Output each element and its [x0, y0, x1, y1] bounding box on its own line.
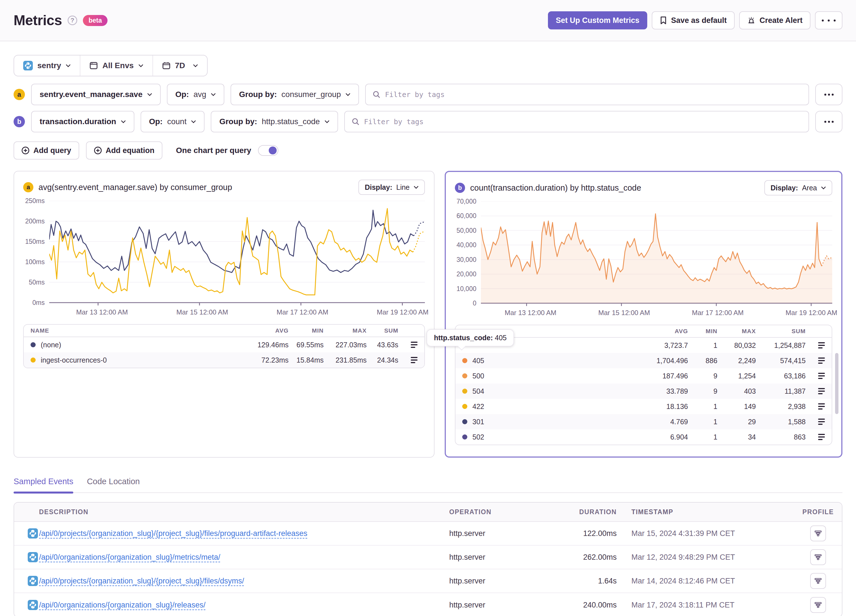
query-row-a: a sentry.event_manager.save Op: avg Grou… [14, 84, 842, 105]
chevron-down-icon [66, 64, 71, 67]
row-options-icon[interactable] [818, 434, 825, 440]
event-timestamp: Mar 12, 2024 9:48:29 PM CET [619, 553, 794, 562]
summary-row[interactable]: 301 4.769 1 29 1,588 [456, 414, 832, 429]
chart-b-display-select[interactable]: Display: Area [764, 180, 832, 196]
x-tick-label: Mar 19 12:00 AM [785, 309, 838, 317]
series-dot [462, 419, 467, 424]
tab-sampled-events[interactable]: Sampled Events [14, 477, 73, 493]
query-badge-b: b [14, 116, 25, 127]
bookmark-icon [660, 16, 667, 24]
metric-select-b[interactable]: transaction.duration [31, 111, 134, 132]
y-tick-label: 200ms [25, 217, 45, 225]
query-actions: Add query Add equation One chart per que… [14, 142, 842, 160]
profile-button[interactable] [810, 597, 826, 613]
search-icon [373, 91, 380, 99]
one-chart-toggle-label: One chart per query [176, 146, 251, 155]
event-description-link[interactable]: /api/0/projects/{organization_slug}/{pro… [39, 529, 308, 537]
y-tick-label: 70,000 [457, 198, 476, 205]
col-avg: AVG [243, 327, 288, 334]
row-options-icon[interactable] [818, 403, 825, 410]
chart-a-canvas[interactable] [49, 201, 425, 306]
page-filter-bar: sentry All Envs 7D [14, 55, 208, 76]
op-select-a[interactable]: Op: avg [167, 84, 224, 105]
save-as-default-button[interactable]: Save as default [652, 11, 734, 29]
create-alert-button[interactable]: Create Alert [739, 11, 810, 29]
tag-filter-a [365, 84, 809, 105]
op-select-b[interactable]: Op: count [141, 111, 205, 132]
chart-panel-a[interactable]: a avg(sentry.event_manager.save) by cons… [14, 171, 434, 457]
environment-selector[interactable]: All Envs [80, 55, 152, 76]
profiling-icon [814, 530, 822, 537]
summary-row[interactable]: (none) 129.46ms 69.55ms 227.03ms 43.63s [24, 337, 424, 353]
chart-a-x-axis: Mar 13 12:00 AMMar 15 12:00 AMMar 17 12:… [54, 307, 425, 317]
metrics-page: Metrics ? beta Set Up Custom Metrics Sav… [0, 0, 856, 616]
summary-row[interactable]: 422 18.136 1 149 2,938 [456, 399, 832, 414]
date-range-selector[interactable]: 7D [152, 55, 207, 76]
profiling-icon [814, 601, 822, 609]
python-platform-icon [28, 576, 38, 586]
profile-button[interactable] [810, 525, 826, 541]
event-description-link[interactable]: /api/0/organizations/{organization_slug}… [39, 601, 205, 609]
row-options-icon[interactable] [411, 342, 417, 348]
profile-button[interactable] [810, 573, 826, 589]
setup-custom-metrics-button[interactable]: Set Up Custom Metrics [548, 11, 648, 29]
query-a-more-button[interactable] [815, 84, 842, 105]
row-options-icon[interactable] [818, 342, 825, 348]
header-more-button[interactable] [815, 11, 842, 29]
col-description: DESCRIPTION [39, 508, 449, 516]
add-query-button[interactable]: Add query [14, 142, 79, 160]
help-icon[interactable]: ? [68, 15, 77, 25]
col-operation: OPERATION [449, 508, 545, 516]
col-duration: DURATION [545, 508, 619, 516]
x-tick-label: Mar 17 12:00 AM [692, 309, 744, 317]
metric-select-a[interactable]: sentry.event_manager.save [31, 84, 161, 105]
col-max: MAX [323, 327, 366, 334]
tab-code-location[interactable]: Code Location [87, 477, 140, 493]
event-row: /api/0/organizations/{organization_slug}… [14, 593, 842, 616]
beta-badge: beta [83, 15, 108, 26]
summary-row[interactable]: ingest-occurrences-0 72.23ms 15.84ms 231… [24, 353, 424, 368]
profiling-icon [814, 553, 822, 561]
summary-row[interactable]: 500 187.496 9 1,254 63,186 [456, 368, 832, 383]
profile-button[interactable] [810, 549, 826, 565]
event-duration: 262.00ms [545, 553, 619, 562]
row-options-icon[interactable] [818, 357, 825, 364]
row-options-icon[interactable] [818, 373, 825, 379]
charts-row: a avg(sentry.event_manager.save) by cons… [14, 171, 842, 457]
x-tick-label: Mar 13 12:00 AM [76, 308, 128, 316]
query-b-more-button[interactable] [815, 111, 842, 132]
python-platform-icon [28, 552, 38, 562]
x-tick-label: Mar 19 12:00 AM [377, 308, 428, 316]
tag-filter-input-a[interactable] [385, 91, 802, 99]
groupby-select-a[interactable]: Group by: consumer_group [231, 84, 359, 105]
chevron-down-icon [821, 186, 826, 189]
page-title: Metrics [14, 12, 62, 29]
summary-row[interactable]: 405 1,704.496 886 2,249 574,415 [456, 353, 832, 368]
chart-a-title: avg(sentry.event_manager.save) by consum… [38, 183, 353, 192]
one-chart-toggle[interactable] [258, 145, 279, 156]
row-options-icon[interactable] [818, 388, 825, 394]
y-tick-label: 150ms [25, 238, 45, 245]
summary-row[interactable]: 502 6.904 1 34 863 [456, 429, 832, 445]
chart-b-canvas[interactable] [481, 202, 832, 306]
groupby-select-b[interactable]: Group by: http.status_code [211, 111, 338, 132]
project-selector[interactable]: sentry [14, 55, 80, 76]
row-options-icon[interactable] [818, 419, 825, 425]
chart-b-y-axis: 70,00060,00050,00040,00030,00020,00010,0… [455, 202, 481, 303]
query-row-b: b transaction.duration Op: count Group b… [14, 111, 842, 132]
y-tick-label: 20,000 [457, 270, 476, 278]
table-scrollbar[interactable] [835, 353, 839, 414]
tag-filter-input-b[interactable] [364, 118, 802, 126]
add-equation-button[interactable]: Add equation [86, 142, 162, 160]
event-description-link[interactable]: /api/0/projects/{organization_slug}/{pro… [39, 577, 244, 585]
event-description-link[interactable]: /api/0/organizations/{organization_slug}… [39, 553, 220, 561]
chart-panel-b[interactable]: b count(transaction.duration) by http.st… [445, 171, 842, 457]
event-duration: 122.00ms [545, 529, 619, 538]
col-timestamp: TIMESTAMP [619, 508, 794, 516]
row-options-icon[interactable] [411, 357, 417, 363]
col-min: MIN [688, 328, 717, 334]
event-row: /api/0/projects/{organization_slug}/{pro… [14, 569, 842, 593]
y-tick-label: 250ms [25, 197, 45, 205]
summary-row[interactable]: 504 33.789 9 403 11,387 [456, 383, 832, 399]
chart-a-display-select[interactable]: Display: Line [359, 180, 425, 195]
